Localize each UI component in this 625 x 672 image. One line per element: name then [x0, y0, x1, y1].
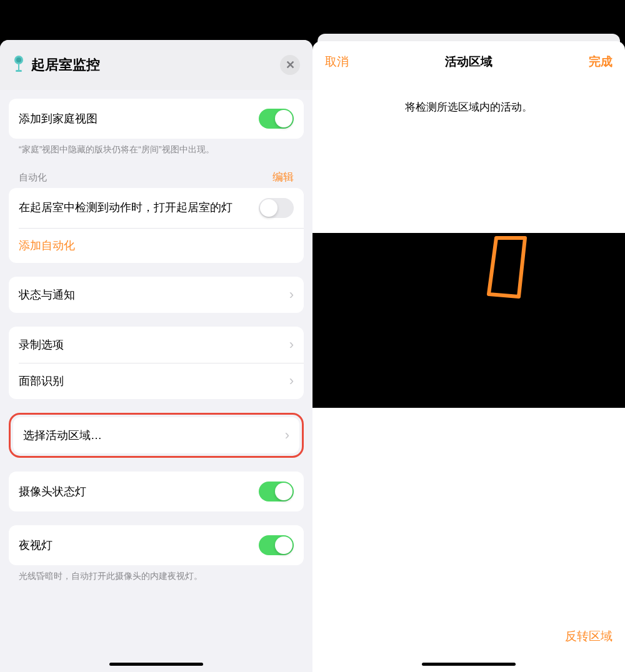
camera-viewport[interactable] — [312, 233, 625, 408]
invert-zone-button[interactable]: 反转区域 — [565, 628, 612, 645]
include-home-toggle[interactable] — [259, 109, 294, 129]
close-icon: ✕ — [286, 58, 295, 72]
night-vision-row[interactable]: 夜视灯 — [9, 525, 304, 565]
activity-zone-group: 选择活动区域… › — [13, 417, 299, 453]
status-notify-group: 状态与通知 › — [9, 277, 304, 313]
left-screenshot: 起居室监控 ✕ 添加到家庭视图 “家庭”视图中隐藏的版块仍将在“房间”视图中出现… — [0, 0, 312, 672]
include-home-label: 添加到家庭视图 — [19, 111, 259, 126]
automation-header-label: 自动化 — [19, 172, 47, 184]
include-home-group: 添加到家庭视图 — [9, 99, 304, 139]
activity-zone-shape[interactable] — [488, 237, 526, 298]
chevron-right-icon: › — [289, 337, 294, 353]
night-vision-footnote: 光线昏暗时，自动打开此摄像头的内建夜视灯。 — [9, 565, 304, 583]
done-button[interactable]: 完成 — [589, 54, 612, 70]
status-notify-row[interactable]: 状态与通知 › — [9, 277, 304, 313]
page-title: 起居室监控 — [31, 56, 274, 74]
automation-rule-row[interactable]: 在起居室中检测到动作时，打开起居室的灯 — [9, 188, 304, 228]
activity-zone-highlight: 选择活动区域… › — [9, 413, 304, 458]
night-vision-group: 夜视灯 — [9, 525, 304, 565]
right-screenshot: 取消 活动区域 完成 将检测所选区域内的活动。 反转区域 — [312, 0, 625, 672]
night-vision-label: 夜视灯 — [19, 538, 259, 553]
zone-editor-title: 活动区域 — [349, 54, 589, 70]
svg-marker-4 — [489, 238, 525, 297]
zone-editor-sheet: 取消 活动区域 完成 将检测所选区域内的活动。 反转区域 — [312, 41, 625, 672]
svg-point-1 — [16, 57, 21, 62]
automation-rule-label: 在起居室中检测到动作时，打开起居室的灯 — [19, 200, 259, 215]
right-stack: 取消 活动区域 完成 将检测所选区域内的活动。 反转区域 — [312, 34, 625, 672]
zone-editor-nav: 取消 活动区域 完成 — [312, 41, 625, 82]
camera-led-row[interactable]: 摄像头状态灯 — [9, 472, 304, 511]
chevron-right-icon: › — [285, 427, 289, 443]
svg-rect-2 — [18, 64, 19, 70]
settings-sheet: 起居室监控 ✕ 添加到家庭视图 “家庭”视图中隐藏的版块仍将在“房间”视图中出现… — [0, 40, 312, 672]
include-home-footnote: “家庭”视图中隐藏的版块仍将在“房间”视图中出现。 — [9, 139, 304, 156]
add-automation-row[interactable]: 添加自动化 — [9, 228, 304, 263]
chevron-right-icon: › — [289, 373, 294, 389]
camera-led-toggle[interactable] — [259, 482, 294, 502]
automation-edit-button[interactable]: 编辑 — [272, 170, 294, 184]
home-indicator[interactable] — [422, 663, 516, 666]
automation-rule-toggle[interactable] — [259, 198, 294, 218]
svg-rect-3 — [16, 70, 22, 72]
home-indicator[interactable] — [109, 663, 203, 666]
zone-editor-description: 将检测所选区域内的活动。 — [312, 82, 625, 127]
include-home-row[interactable]: 添加到家庭视图 — [9, 99, 304, 139]
automation-section-header: 自动化 编辑 — [9, 156, 304, 188]
recording-group: 录制选项 › 面部识别 › — [9, 327, 304, 399]
camera-led-group: 摄像头状态灯 — [9, 472, 304, 511]
night-vision-toggle[interactable] — [259, 535, 294, 555]
recording-options-row[interactable]: 录制选项 › — [9, 327, 304, 363]
face-recognition-row[interactable]: 面部识别 › — [9, 363, 304, 399]
face-recognition-label: 面部识别 — [19, 373, 284, 388]
chevron-right-icon: › — [289, 287, 294, 303]
activity-zone-row[interactable]: 选择活动区域… › — [13, 417, 299, 453]
cancel-button[interactable]: 取消 — [325, 54, 349, 70]
sheet-body: 添加到家庭视图 “家庭”视图中隐藏的版块仍将在“房间”视图中出现。 自动化 编辑… — [0, 99, 312, 582]
automation-group: 在起居室中检测到动作时，打开起居室的灯 添加自动化 — [9, 188, 304, 263]
add-automation-label: 添加自动化 — [19, 238, 294, 253]
sheet-header: 起居室监控 ✕ — [0, 40, 312, 90]
status-notify-label: 状态与通知 — [19, 287, 284, 302]
camera-icon — [12, 56, 25, 74]
activity-zone-label: 选择活动区域… — [23, 428, 280, 443]
close-button[interactable]: ✕ — [280, 55, 300, 75]
recording-options-label: 录制选项 — [19, 337, 284, 352]
camera-led-label: 摄像头状态灯 — [19, 484, 259, 499]
